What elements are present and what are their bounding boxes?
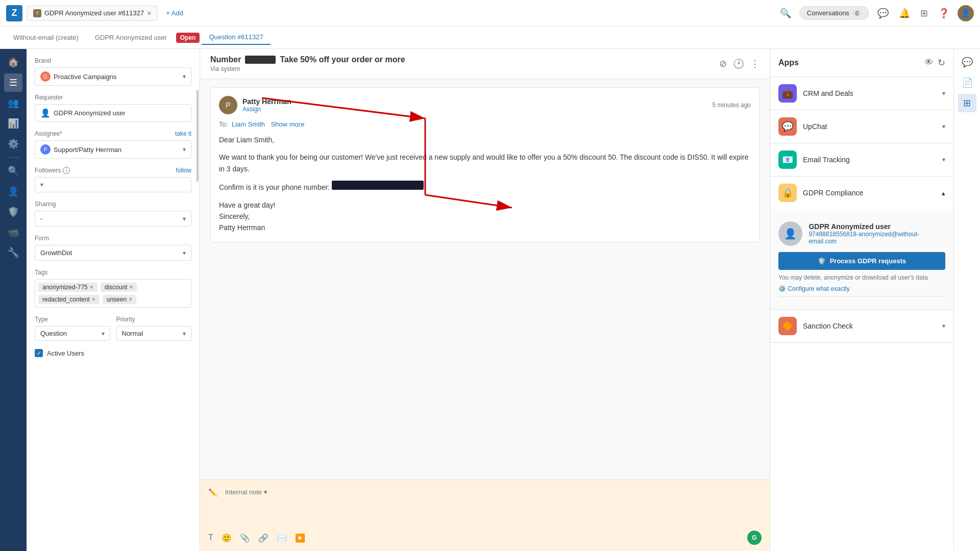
messages-area[interactable]: P Patty Herrman Assign 5 minutes ago To:… bbox=[200, 79, 770, 480]
app-upchat-header[interactable]: 💬 UpChat ▾ bbox=[770, 110, 953, 143]
upchat-app-name: UpChat bbox=[803, 122, 827, 131]
brand-icon: G bbox=[40, 71, 51, 82]
text-format-icon[interactable]: T bbox=[208, 533, 213, 542]
more-options-icon[interactable]: ⋮ bbox=[750, 58, 760, 69]
tab-gdpr-anon-label: GDPR Anonymized user bbox=[95, 34, 167, 41]
link-icon[interactable]: 🔗 bbox=[258, 533, 268, 543]
assignee-value: Support/Patty Herrman bbox=[54, 146, 121, 154]
history-icon[interactable]: 🕐 bbox=[733, 58, 744, 69]
refresh-icon[interactable]: ↻ bbox=[938, 57, 945, 68]
tag-discount-remove[interactable]: × bbox=[129, 284, 133, 291]
sidebar-settings-icon[interactable]: ⚙️ bbox=[4, 135, 22, 153]
eye-icon[interactable]: 👁 bbox=[924, 57, 934, 68]
assign-link[interactable]: Assign bbox=[242, 106, 291, 113]
tab-gdpr-user[interactable]: T GDPR Anonymized user #611327 × bbox=[27, 6, 158, 21]
bell-icon[interactable]: 🔔 bbox=[897, 6, 912, 21]
sharing-field: Sharing - ▾ bbox=[35, 201, 191, 227]
phone-number-redacted bbox=[332, 181, 424, 190]
sanction-app-icon: 🔶 bbox=[778, 317, 797, 335]
user-avatar[interactable]: 👤 bbox=[958, 5, 974, 21]
add-tab-button[interactable]: + Add bbox=[162, 7, 187, 19]
tag-discount: discount × bbox=[101, 283, 137, 292]
assignee-label: Assignee* take it bbox=[35, 130, 191, 137]
grammarly-badge: G bbox=[747, 531, 762, 545]
app-sanction-header[interactable]: 🔶 Sanction Check ▾ bbox=[770, 310, 953, 342]
form-select[interactable]: GrowthDot ▾ bbox=[35, 245, 191, 261]
edit-icon: ✏️ bbox=[208, 488, 217, 496]
sidebar-reports-icon[interactable]: 📊 bbox=[4, 114, 22, 133]
sharing-select[interactable]: - ▾ bbox=[35, 211, 191, 227]
email-icon[interactable]: ✉️ bbox=[277, 533, 287, 543]
filter-icon[interactable]: ⊘ bbox=[719, 58, 727, 69]
message-to-label: To: bbox=[219, 120, 228, 128]
sidebar-video-icon[interactable]: 📹 bbox=[4, 223, 22, 241]
tag-redacted-remove[interactable]: × bbox=[92, 296, 95, 303]
show-more-link[interactable]: Show more bbox=[271, 120, 305, 128]
brand-select-content: G Proactive Campaigns bbox=[40, 71, 183, 82]
type-label: Type bbox=[35, 316, 110, 323]
help-icon[interactable]: ❓ bbox=[936, 6, 951, 21]
gdpr-configure-anchor[interactable]: Configure what exactly bbox=[788, 285, 849, 292]
app-gdpr-header[interactable]: 🔒 GDPR Compliance ▴ bbox=[770, 177, 953, 209]
app-crm-header[interactable]: 💼 CRM and Deals ▾ bbox=[770, 77, 953, 110]
tag-anonymized-remove[interactable]: × bbox=[90, 284, 93, 291]
tag-unseen-remove[interactable]: × bbox=[129, 296, 132, 303]
take-it-link[interactable]: take it bbox=[175, 130, 191, 137]
gdpr-divider bbox=[778, 296, 945, 297]
compose-mode-button[interactable]: Internal note ▾ bbox=[221, 486, 272, 498]
tab-question-611327[interactable]: Question #611327 bbox=[202, 30, 270, 45]
message-body-line3: Confirm is it is your phone number: bbox=[219, 181, 751, 193]
brand-field: Brand G Proactive Campaigns ▾ bbox=[35, 57, 191, 86]
compose-editor[interactable] bbox=[208, 503, 762, 534]
message-to: To: Liam Smith Show more bbox=[219, 120, 751, 128]
gdpr-user-details: GDPR Anonymized user 97488818556818-anon… bbox=[808, 222, 945, 245]
far-right-article-icon[interactable]: 📄 bbox=[958, 73, 976, 92]
conversations-button[interactable]: Conversations 0 bbox=[799, 6, 869, 20]
far-right-grid-icon[interactable]: ⊞ bbox=[958, 94, 976, 112]
sharing-chevron-icon: ▾ bbox=[183, 215, 186, 222]
sidebar-shield-icon[interactable]: 🛡️ bbox=[4, 203, 22, 221]
form-label: Form bbox=[35, 235, 191, 242]
priority-select[interactable]: Normal ▾ bbox=[116, 326, 192, 341]
ticket-title-main: Take 50% off your order or more bbox=[280, 55, 405, 64]
type-chevron-icon: ▾ bbox=[102, 330, 105, 337]
sidebar-apps-icon[interactable]: 🔧 bbox=[4, 243, 22, 262]
sidebar-home-icon[interactable]: 🏠 bbox=[4, 53, 22, 71]
active-users-checkbox[interactable]: ✓ bbox=[35, 349, 43, 357]
assignee-select[interactable]: P Support/Patty Herrman ▾ bbox=[35, 140, 191, 159]
followers-select[interactable]: ▾ bbox=[35, 177, 191, 192]
app-logo[interactable]: Z bbox=[6, 5, 22, 21]
emoji-icon[interactable]: 🙂 bbox=[222, 533, 232, 543]
search-icon[interactable]: 🔍 bbox=[778, 6, 793, 21]
tab-close-button[interactable]: × bbox=[147, 9, 151, 17]
sidebar-contacts-icon[interactable]: 👥 bbox=[4, 94, 22, 112]
grid-icon[interactable]: ⊞ bbox=[918, 6, 930, 21]
video-icon[interactable]: ▶️ bbox=[295, 533, 305, 543]
tab-gdpr-anon[interactable]: GDPR Anonymized user bbox=[88, 31, 174, 44]
tab-without-email[interactable]: Without-email (create) bbox=[6, 31, 86, 44]
message-to-name[interactable]: Liam Smith bbox=[232, 120, 265, 128]
sidebar-tickets-icon[interactable]: ☰ bbox=[4, 73, 22, 92]
attachment-icon[interactable]: 📎 bbox=[240, 533, 250, 543]
requester-select[interactable]: 👤 GDPR Anonymized user bbox=[35, 104, 191, 122]
sidebar-divider bbox=[7, 157, 19, 158]
far-right-chat-icon[interactable]: 💬 bbox=[958, 53, 976, 71]
message-container: P Patty Herrman Assign 5 minutes ago To:… bbox=[210, 87, 760, 242]
brand-select[interactable]: G Proactive Campaigns ▾ bbox=[35, 67, 191, 86]
message-body-line6: Patty Herrman bbox=[219, 222, 751, 233]
chat-icon[interactable]: 💬 bbox=[875, 6, 891, 21]
type-select[interactable]: Question ▾ bbox=[35, 326, 110, 341]
sidebar-user-icon[interactable]: 👤 bbox=[4, 182, 22, 201]
ticket-number-prefix: Number bbox=[210, 55, 241, 64]
gdpr-note: You may delete, anonymize or download al… bbox=[778, 274, 945, 281]
follow-link[interactable]: follow bbox=[176, 167, 191, 174]
gdpr-btn-label: Process GDPR requests bbox=[830, 257, 906, 265]
process-gdpr-button[interactable]: 🛡️ Process GDPR requests bbox=[778, 252, 945, 270]
sidebar-search-icon[interactable]: 🔍 bbox=[4, 162, 22, 180]
gdpr-user-avatar: 👤 bbox=[778, 221, 802, 246]
gdpr-user-email[interactable]: 97488818556818-anonymized@without-email.… bbox=[808, 231, 945, 245]
active-users-row[interactable]: ✓ Active Users bbox=[35, 349, 191, 357]
app-email-header[interactable]: 📧 Email Tracking ▾ bbox=[770, 143, 953, 176]
form-chevron-icon: ▾ bbox=[183, 249, 186, 257]
gdpr-app-name: GDPR Compliance bbox=[803, 189, 863, 197]
